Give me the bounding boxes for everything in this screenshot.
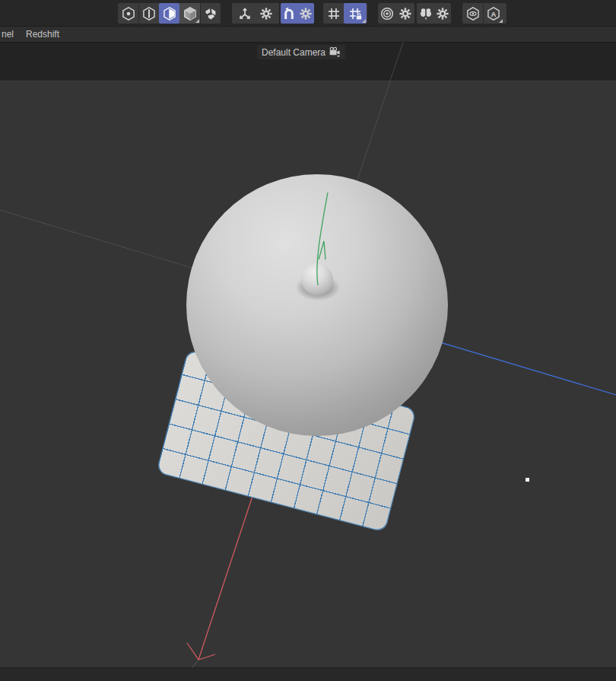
texture-axis-mode-button[interactable] (200, 3, 221, 24)
symmetry-settings-button[interactable] (434, 3, 450, 24)
grid-snap-button[interactable] (323, 3, 344, 24)
move-tool-button[interactable] (236, 3, 254, 24)
menu-item-panel[interactable]: nel (0, 29, 20, 40)
toolgroup-view: A (462, 3, 506, 24)
world-axes-front (0, 81, 616, 667)
quantize-lock-button[interactable] (344, 3, 367, 24)
toolgroup-quantize (323, 3, 367, 24)
gear-icon (298, 6, 313, 21)
camera-selector[interactable]: Default Camera (257, 45, 345, 59)
hexagon-model-icon (183, 6, 198, 21)
model-mode-button[interactable] (179, 3, 200, 24)
polygons-mode-button[interactable] (159, 3, 179, 24)
svg-text:A: A (491, 9, 497, 18)
toolgroup-move (232, 3, 279, 24)
cinema4d-window: A nel Redshift Default Camera (0, 0, 616, 681)
points-mode-button[interactable] (118, 3, 138, 24)
magnet-icon (281, 6, 297, 21)
gear-icon (259, 6, 274, 21)
concentric-circles-icon (379, 6, 395, 21)
isolate-view-button[interactable] (462, 3, 483, 24)
viewport-menubar: nel Redshift (0, 27, 616, 43)
axis-y-line (317, 193, 328, 285)
toolgroup-symmetry (417, 3, 451, 24)
grid-icon (326, 6, 341, 21)
camera-name: Default Camera (262, 47, 325, 58)
viewport-canvas[interactable] (0, 81, 616, 667)
move-axes-icon (237, 6, 252, 21)
snap-toggle-button[interactable] (281, 3, 297, 24)
toolgroup-rings (378, 3, 414, 24)
gear-icon (398, 6, 413, 21)
bottom-panel-edge (0, 667, 616, 681)
edges-mode-button[interactable] (138, 3, 159, 24)
hexagon-points-icon (121, 6, 136, 21)
auto-mode-button[interactable]: A (483, 3, 503, 24)
symmetry-toggle-button[interactable] (418, 3, 433, 24)
hexagon-edges-icon (141, 6, 157, 21)
hexagon-polygons-icon (162, 6, 177, 21)
grid-locked-icon (348, 6, 363, 21)
gear-icon (435, 6, 450, 21)
toolgroup-component-mode (118, 3, 221, 24)
vertex-point (526, 478, 529, 482)
hexagon-texture-axis-icon (203, 6, 218, 21)
top-toolbar: A (0, 0, 616, 27)
hexagon-eye-icon (465, 6, 481, 21)
move-tool-settings-button[interactable] (257, 3, 275, 24)
butterfly-icon (418, 6, 433, 21)
camera-icon (329, 47, 341, 57)
rings-settings-button[interactable] (397, 3, 414, 24)
viewport-header: Default Camera (0, 43, 616, 81)
toolgroup-snap (281, 3, 314, 24)
rings-tool-button[interactable] (379, 3, 395, 24)
hexagon-auto-icon: A (486, 6, 501, 21)
menu-item-redshift[interactable]: Redshift (20, 29, 65, 40)
snap-settings-button[interactable] (298, 3, 313, 24)
